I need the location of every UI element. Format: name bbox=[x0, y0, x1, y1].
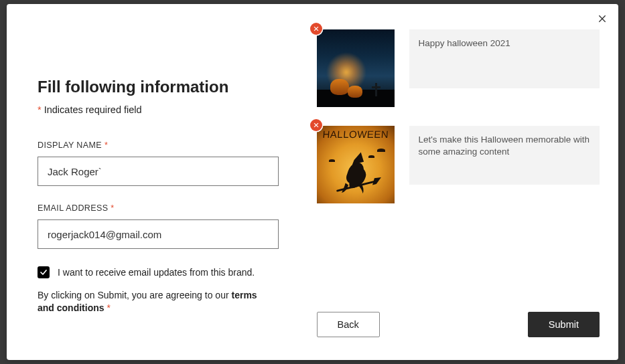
display-name-label: DISPLAY NAME * bbox=[38, 141, 273, 150]
required-asterisk: * bbox=[111, 203, 114, 213]
remove-post-icon[interactable] bbox=[310, 23, 322, 35]
remove-post-icon[interactable] bbox=[310, 119, 322, 131]
post-row-1: HALLOWEEN bbox=[317, 126, 600, 203]
post-thumbnail[interactable]: HALLOWEEN bbox=[317, 126, 395, 203]
optin-row: I want to receive email updates from thi… bbox=[38, 266, 273, 278]
required-asterisk: * bbox=[105, 141, 108, 150]
post-row-0: Happy halloween 2021 bbox=[317, 29, 600, 107]
post-thumbnail-wrap: HALLOWEEN bbox=[317, 126, 395, 203]
optin-checkbox[interactable] bbox=[38, 266, 50, 278]
form-pane: Fill following information * Indicates r… bbox=[7, 4, 313, 360]
form-heading: Fill following information bbox=[38, 78, 273, 96]
email-input[interactable] bbox=[38, 219, 279, 249]
display-name-group: DISPLAY NAME * bbox=[38, 141, 273, 186]
required-asterisk: * bbox=[107, 302, 110, 313]
required-note: * Indicates required field bbox=[38, 104, 273, 115]
display-name-label-text: DISPLAY NAME bbox=[38, 141, 102, 150]
terms-prefix: By clicking on Submit, you are agreeing … bbox=[38, 290, 232, 300]
submission-modal: Fill following information * Indicates r… bbox=[7, 4, 618, 360]
submit-button[interactable]: Submit bbox=[528, 312, 600, 337]
preview-pane: Happy halloween 2021 HALLOWEEN bbox=[313, 4, 619, 360]
modal-footer: Back Submit bbox=[317, 312, 600, 360]
post-thumbnail[interactable] bbox=[317, 29, 395, 107]
optin-label: I want to receive email updates from thi… bbox=[58, 267, 255, 278]
display-name-input[interactable] bbox=[38, 157, 279, 186]
email-label-text: EMAIL ADDRESS bbox=[38, 203, 108, 213]
email-label: EMAIL ADDRESS * bbox=[38, 203, 273, 213]
terms-line: By clicking on Submit, you are agreeing … bbox=[38, 289, 273, 314]
witch-icon bbox=[333, 151, 381, 199]
post-thumbnail-wrap bbox=[317, 29, 395, 107]
post-caption[interactable]: Happy halloween 2021 bbox=[409, 29, 600, 88]
back-button[interactable]: Back bbox=[317, 312, 380, 337]
thumbnail-title: HALLOWEEN bbox=[317, 128, 395, 140]
email-group: EMAIL ADDRESS * bbox=[38, 203, 273, 249]
post-caption[interactable]: Let's make this Halloween memorable with… bbox=[409, 126, 600, 185]
required-note-text: Indicates required field bbox=[42, 104, 142, 115]
